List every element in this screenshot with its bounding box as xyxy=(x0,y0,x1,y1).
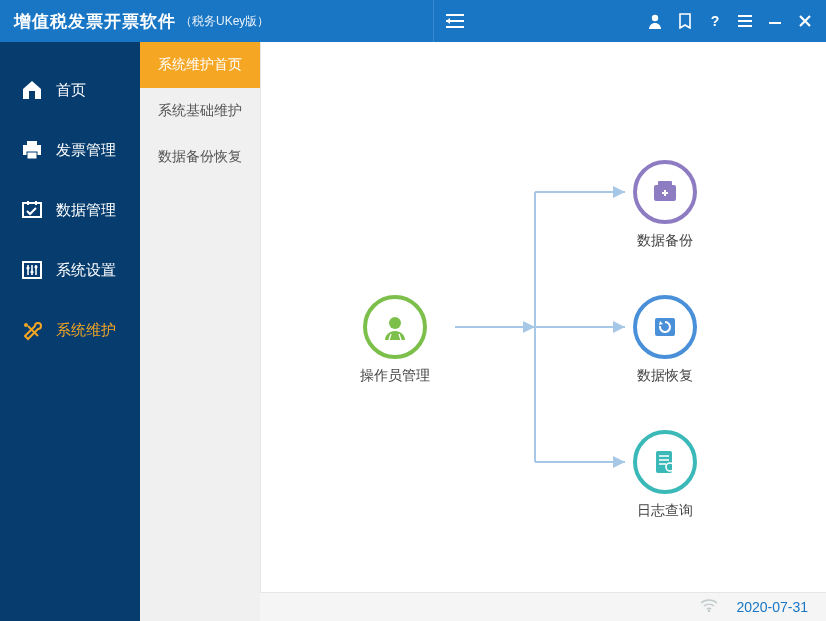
svg-rect-2 xyxy=(29,91,35,99)
svg-rect-4 xyxy=(27,141,37,145)
svg-point-0 xyxy=(652,15,658,21)
bookmark-icon xyxy=(678,13,692,29)
app-subtitle: （税务UKey版） xyxy=(180,13,269,30)
sidebar-item-maintenance[interactable]: 系统维护 xyxy=(0,300,140,360)
status-date: 2020-07-31 xyxy=(736,599,808,615)
submenu-item-backup[interactable]: 数据备份恢复 xyxy=(140,134,260,180)
collapse-sidebar-button[interactable] xyxy=(433,0,476,42)
diagram-node-backup[interactable]: 数据备份 xyxy=(605,160,725,250)
close-button[interactable] xyxy=(790,0,820,42)
backup-icon xyxy=(633,160,697,224)
user-icon xyxy=(648,13,662,29)
sliders-icon xyxy=(20,258,44,282)
user-button[interactable] xyxy=(640,0,670,42)
sidebar: 首页 发票管理 数据管理 系统设置 系统维护 xyxy=(0,42,140,621)
svg-rect-6 xyxy=(23,203,41,217)
collapse-icon xyxy=(446,14,464,28)
svg-point-8 xyxy=(26,266,29,269)
diagram-node-log[interactable]: 日志查询 xyxy=(605,430,725,520)
sidebar-item-label: 数据管理 xyxy=(56,201,116,220)
node-label: 操作员管理 xyxy=(360,367,430,385)
content-area: 操作员管理 数据备份 数据恢复 日志查询 xyxy=(260,42,826,621)
wifi-icon xyxy=(700,599,718,616)
svg-point-10 xyxy=(34,265,37,268)
sidebar-item-home[interactable]: 首页 xyxy=(0,60,140,120)
app-title: 增值税发票开票软件 xyxy=(0,10,176,33)
svg-rect-14 xyxy=(658,181,672,187)
submenu-item-label: 系统维护首页 xyxy=(158,56,242,74)
submenu: 系统维护首页 系统基础维护 数据备份恢复 xyxy=(140,42,260,621)
help-icon: ? xyxy=(708,13,722,29)
sidebar-item-data[interactable]: 数据管理 xyxy=(0,180,140,240)
sidebar-item-invoice[interactable]: 发票管理 xyxy=(0,120,140,180)
log-search-icon xyxy=(633,430,697,494)
printer-icon xyxy=(20,138,44,162)
svg-rect-5 xyxy=(27,152,37,159)
close-icon xyxy=(798,14,812,28)
tools-icon xyxy=(20,318,44,342)
menu-icon xyxy=(737,14,753,28)
svg-point-17 xyxy=(708,609,710,611)
minimize-icon xyxy=(768,14,782,28)
minimize-button[interactable] xyxy=(760,0,790,42)
sidebar-item-label: 首页 xyxy=(56,81,86,100)
svg-rect-15 xyxy=(655,318,675,336)
statusbar: 2020-07-31 xyxy=(260,592,826,621)
menu-button[interactable] xyxy=(730,0,760,42)
bookmark-button[interactable] xyxy=(670,0,700,42)
operator-icon xyxy=(363,295,427,359)
sidebar-item-label: 发票管理 xyxy=(56,141,116,160)
diagram-node-restore[interactable]: 数据恢复 xyxy=(605,295,725,385)
data-icon xyxy=(20,198,44,222)
node-label: 数据恢复 xyxy=(637,367,693,385)
submenu-item-basic[interactable]: 系统基础维护 xyxy=(140,88,260,134)
submenu-item-home[interactable]: 系统维护首页 xyxy=(140,42,260,88)
help-button[interactable]: ? xyxy=(700,0,730,42)
titlebar: 增值税发票开票软件 （税务UKey版） ? xyxy=(0,0,826,42)
svg-point-12 xyxy=(389,317,401,329)
node-label: 数据备份 xyxy=(637,232,693,250)
svg-point-9 xyxy=(30,270,33,273)
diagram-node-operator[interactable]: 操作员管理 xyxy=(335,295,455,385)
sidebar-item-label: 系统设置 xyxy=(56,261,116,280)
submenu-item-label: 数据备份恢复 xyxy=(158,148,242,166)
sidebar-item-label: 系统维护 xyxy=(56,321,116,340)
svg-text:?: ? xyxy=(711,13,720,29)
svg-point-11 xyxy=(24,323,28,327)
restore-icon xyxy=(633,295,697,359)
node-label: 日志查询 xyxy=(637,502,693,520)
submenu-item-label: 系统基础维护 xyxy=(158,102,242,120)
sidebar-item-settings[interactable]: 系统设置 xyxy=(0,240,140,300)
home-icon xyxy=(20,78,44,102)
